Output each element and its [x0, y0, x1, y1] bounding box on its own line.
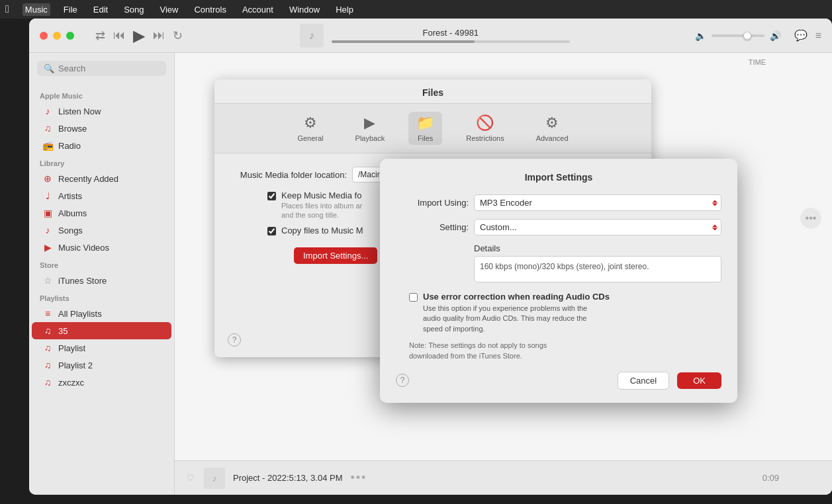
files-icon: 📁: [416, 114, 434, 132]
general-icon: ⚙: [304, 114, 317, 132]
menu-song[interactable]: Song: [121, 3, 146, 16]
minimize-button[interactable]: [53, 32, 61, 40]
maximize-button[interactable]: [66, 32, 74, 40]
song-more-button[interactable]: •••: [350, 471, 367, 485]
error-correction-checkbox[interactable]: [409, 293, 418, 302]
playback-icon: ▶: [364, 114, 375, 132]
sidebar-item-all-playlists[interactable]: ≡ All Playlists: [32, 305, 171, 322]
volume-slider[interactable]: [712, 34, 764, 37]
title-bar: ⇄ ⏮ ▶ ⏭ ↻ ♪ Forest - 49981 🔈 🔊 💬 ≡: [29, 19, 832, 53]
sidebar-item-label: Music Videos: [58, 243, 109, 253]
section-label-store: Store: [29, 256, 174, 272]
import-settings-button[interactable]: Import Settings...: [294, 247, 377, 264]
folder-location-label: Music Media folder location:: [228, 170, 347, 180]
apple-logo[interactable]: : [5, 3, 9, 15]
song-thumbnail: ♪: [204, 468, 225, 489]
shuffle-button[interactable]: ⇄: [95, 28, 105, 43]
ok-button[interactable]: OK: [677, 372, 721, 389]
sidebar-item-listen-now[interactable]: ♪ Listen Now: [32, 103, 171, 120]
progress-container: Forest - 49981: [332, 28, 570, 43]
volume-high-icon: 🔊: [770, 30, 781, 41]
listen-now-icon: ♪: [42, 106, 53, 116]
prefs-tab-advanced[interactable]: ⚙ Advanced: [528, 112, 577, 145]
heart-icon[interactable]: ♡: [185, 473, 196, 483]
repeat-button[interactable]: ↻: [173, 28, 183, 43]
song-title: Forest - 49981: [423, 28, 479, 38]
import-using-row: Import Using: MP3 Encoder: [396, 194, 721, 211]
keep-music-checkbox[interactable]: [267, 192, 276, 200]
app-window: ⇄ ⏮ ▶ ⏭ ↻ ♪ Forest - 49981 🔈 🔊 💬 ≡: [29, 19, 832, 495]
menu-view[interactable]: View: [158, 3, 181, 16]
sidebar-item-label: zxczxc: [58, 378, 84, 388]
rewind-button[interactable]: ⏮: [113, 28, 125, 42]
sidebar-item-35[interactable]: ♫ 35: [32, 322, 171, 339]
menubar:  Music File Edit Song View Controls Acc…: [0, 0, 832, 19]
dialog-note: Note: These settings do not apply to son…: [409, 341, 721, 361]
playlist-icon: ♫: [42, 343, 53, 353]
copy-files-checkbox[interactable]: [267, 227, 276, 235]
prefs-tab-files[interactable]: 📁 Files: [408, 112, 442, 145]
copy-files-label: Copy files to Music M: [281, 226, 363, 235]
restrictions-icon: 🚫: [476, 114, 494, 132]
sidebar-item-albums[interactable]: ▣ Albums: [32, 204, 171, 222]
sidebar-item-playlist-2[interactable]: ♫ Playlist 2: [32, 357, 171, 374]
sidebar-item-playlist[interactable]: ♫ Playlist: [32, 339, 171, 357]
prefs-tab-files-label: Files: [418, 134, 433, 142]
sidebar-item-music-videos[interactable]: ▶ Music Videos: [32, 239, 171, 256]
section-label-playlists: Playlists: [29, 289, 174, 305]
sidebar-item-recently-added[interactable]: ⊕ Recently Added: [32, 170, 171, 187]
progress-bar[interactable]: [332, 40, 570, 43]
sidebar-item-artists[interactable]: ♩ Artists: [32, 187, 171, 204]
close-button[interactable]: [40, 32, 48, 40]
main-content: TIME ♡ ♪ Project - 2022:5:13, 3.04 PM 0:…: [175, 53, 832, 495]
songs-icon: ♪: [42, 225, 53, 235]
sidebar-item-itunes-store[interactable]: ☆ iTunes Store: [32, 272, 171, 289]
sidebar-item-zxczxc[interactable]: ♫ zxczxc: [32, 374, 171, 391]
menu-music[interactable]: Music: [23, 3, 50, 16]
menu-help[interactable]: Help: [333, 3, 356, 16]
menu-window[interactable]: Window: [287, 3, 322, 16]
all-playlists-icon: ≡: [42, 308, 53, 319]
setting-label: Setting:: [396, 222, 469, 232]
cancel-button[interactable]: Cancel: [618, 372, 669, 390]
search-box[interactable]: 🔍: [37, 61, 166, 76]
song-row[interactable]: ♡ ♪ Project - 2022:5:13, 3.04 PM 0:09 ••…: [175, 460, 832, 495]
menu-edit[interactable]: Edit: [91, 3, 111, 16]
sidebar-item-label: Songs: [58, 226, 83, 235]
sidebar-item-songs[interactable]: ♪ Songs: [32, 222, 171, 239]
setting-row: Setting: Custom...: [396, 219, 721, 235]
prefs-tab-general[interactable]: ⚙ General: [289, 112, 331, 145]
keep-music-sub: Places files into album ar: [281, 202, 362, 210]
queue-button[interactable]: ≡: [815, 30, 821, 42]
prefs-tab-general-label: General: [297, 134, 323, 142]
setting-select[interactable]: Custom...: [474, 219, 721, 235]
music-videos-icon: ▶: [42, 242, 53, 253]
prefs-tab-advanced-label: Advanced: [536, 134, 569, 142]
import-using-select[interactable]: MP3 Encoder: [474, 194, 721, 211]
play-button[interactable]: ▶: [133, 26, 145, 45]
menu-controls[interactable]: Controls: [191, 3, 228, 16]
menu-account[interactable]: Account: [240, 3, 276, 16]
sidebar-item-browse[interactable]: ♫ Browse: [32, 120, 171, 137]
lyrics-button[interactable]: 💬: [794, 29, 808, 42]
error-correction-sub: Use this option if you experience proble…: [423, 304, 610, 334]
prefs-tab-playback[interactable]: ▶ Playback: [347, 112, 393, 145]
sidebar-item-radio[interactable]: 📻 Radio: [32, 137, 171, 154]
search-input[interactable]: [58, 63, 160, 73]
song-row-title: Project - 2022:5:13, 3.04 PM: [233, 473, 342, 483]
menu-file[interactable]: File: [61, 3, 80, 16]
song-icon: ♪: [300, 24, 324, 48]
recently-added-icon: ⊕: [42, 173, 53, 184]
playback-controls: ⇄ ⏮ ▶ ⏭ ↻: [95, 26, 183, 45]
prefs-tab-restrictions-label: Restrictions: [466, 134, 504, 142]
dialog-help-button[interactable]: ?: [396, 374, 409, 387]
prefs-tab-playback-label: Playback: [355, 134, 385, 142]
fast-forward-button[interactable]: ⏭: [153, 28, 165, 42]
prefs-tab-restrictions[interactable]: 🚫 Restrictions: [458, 112, 512, 145]
zxczxc-icon: ♫: [42, 377, 53, 388]
more-options-button[interactable]: •••: [800, 208, 821, 229]
playlist-35-icon: ♫: [42, 325, 53, 336]
traffic-lights: [40, 32, 74, 40]
import-using-label: Import Using:: [396, 198, 469, 208]
prefs-help-button[interactable]: ?: [228, 333, 241, 347]
